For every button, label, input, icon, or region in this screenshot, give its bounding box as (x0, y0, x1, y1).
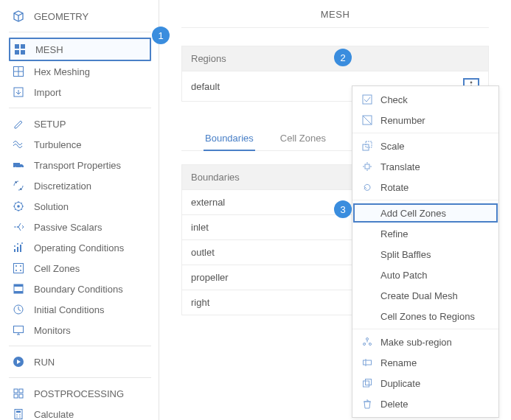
svg-rect-67 (366, 379, 372, 385)
subregion-icon (361, 336, 373, 348)
svg-point-10 (21, 167, 23, 169)
callout-1: 1 (152, 27, 170, 44)
discretization-icon (12, 179, 25, 192)
sidebar-item-label: Discretization (34, 181, 91, 192)
svg-point-21 (20, 265, 21, 267)
svg-rect-8 (13, 163, 20, 167)
sidebar-item-label: MESH (35, 44, 63, 55)
sidebar-item-postprocessing[interactable]: POSTPROCESSING (9, 383, 151, 404)
menu-item-label: Rename (380, 357, 417, 368)
menu-item-label: Delete (380, 399, 409, 410)
svg-rect-32 (14, 394, 18, 398)
menu-item-make-sub-region[interactable]: Make sub-region (352, 332, 498, 352)
sidebar-item-label: Transport Properties (34, 160, 121, 171)
menu-item-add-cell-zones[interactable]: Add Cell Zones (352, 203, 498, 223)
menu-item-label: Check (380, 94, 408, 105)
sidebar-item-label: Turbulence (34, 139, 82, 150)
sidebar-item-import[interactable]: Import (9, 82, 151, 102)
svg-point-20 (15, 265, 17, 267)
menu-item-refine[interactable]: Refine (352, 223, 498, 244)
sidebar-item-initial-conditions[interactable]: Initial Conditions (9, 299, 151, 320)
rotate-icon (361, 181, 373, 193)
solution-icon (12, 200, 25, 213)
sidebar-item-run[interactable]: RUN (9, 351, 151, 372)
svg-point-16 (14, 245, 15, 247)
sidebar-item-boundary-conditions[interactable]: Boundary Conditions (9, 279, 151, 299)
sidebar-item-solution[interactable]: Solution (9, 196, 151, 217)
sidebar-item-label: Boundary Conditions (34, 284, 123, 295)
sidebar-item-operating-conditions[interactable]: Operating Conditions (9, 237, 151, 258)
svg-point-18 (21, 242, 23, 244)
menu-item-check[interactable]: Check (352, 89, 498, 110)
run-icon (12, 355, 25, 368)
translate-icon (361, 161, 373, 172)
svg-point-23 (20, 270, 21, 271)
sidebar-item-label: GEOMETRY (34, 11, 88, 22)
menu-item-renumber[interactable]: Renumber (352, 110, 498, 130)
sidebar-item-turbulence[interactable]: Turbulence (9, 134, 151, 155)
sidebar: GEOMETRYMESHHex MeshingImportSETUPTurbul… (0, 0, 159, 420)
sidebar-item-label: Passive Scalars (34, 222, 102, 233)
menu-item-label: Rotate (380, 182, 409, 193)
blank-icon (361, 290, 373, 301)
sidebar-item-passive-scalars[interactable]: Passive Scalars (9, 217, 151, 237)
svg-rect-31 (19, 389, 23, 393)
svg-rect-19 (14, 264, 24, 273)
sidebar-item-mesh[interactable]: MESH (9, 38, 151, 61)
svg-rect-1 (21, 44, 25, 49)
scale-icon (361, 140, 373, 152)
sidebar-item-calculate[interactable]: Calculate (9, 404, 151, 420)
blank-icon (361, 228, 373, 239)
sidebar-item-cell-zones[interactable]: Cell Zones (9, 258, 151, 279)
sidebar-item-discretization[interactable]: Discretization (9, 175, 151, 196)
sidebar-item-geometry[interactable]: GEOMETRY (9, 6, 151, 27)
svg-rect-26 (14, 291, 23, 293)
menu-item-translate[interactable]: Translate (352, 156, 498, 177)
menu-item-rotate[interactable]: Rotate (352, 177, 498, 197)
rename-icon (361, 357, 373, 368)
boundaries-header-label: Boundaries (191, 172, 240, 183)
svg-point-36 (16, 414, 18, 416)
menu-item-auto-patch[interactable]: Auto Patch (352, 265, 498, 285)
svg-rect-13 (14, 249, 15, 252)
svg-rect-0 (15, 44, 19, 49)
menu-item-cell-zones-to-regions[interactable]: Cell Zones to Regions (352, 306, 498, 326)
sidebar-item-setup[interactable]: SETUP (9, 113, 151, 134)
svg-rect-64 (364, 360, 372, 365)
callout-3: 3 (334, 200, 352, 218)
renumber-icon (361, 114, 373, 126)
svg-rect-3 (21, 50, 25, 55)
regions-header-label: Regions (191, 53, 226, 64)
menu-item-label: Translate (380, 161, 420, 172)
tab-boundaries[interactable]: Boundaries (204, 128, 255, 151)
menu-item-rename[interactable]: Rename (352, 352, 498, 373)
blank-icon (361, 207, 373, 219)
delete-icon (361, 398, 373, 410)
menu-item-split-baffles[interactable]: Split Baffles (352, 244, 498, 265)
svg-rect-33 (19, 394, 23, 398)
menu-item-label: Add Cell Zones (380, 208, 446, 219)
svg-rect-60 (365, 164, 369, 169)
svg-rect-35 (16, 411, 21, 413)
mesh-icon (13, 43, 27, 56)
sidebar-item-label: Hex Meshing (34, 66, 90, 77)
sidebar-item-hex-meshing[interactable]: Hex Meshing (9, 61, 151, 82)
initial-icon (12, 303, 25, 316)
sidebar-item-monitors[interactable]: Monitors (9, 320, 151, 340)
sidebar-item-label: Solution (34, 201, 69, 212)
turbulence-icon (12, 138, 25, 151)
menu-item-create-dual-mesh[interactable]: Create Dual Mesh (352, 285, 498, 306)
svg-rect-30 (14, 389, 18, 393)
svg-rect-56 (363, 95, 372, 104)
page-title: MESH (181, 4, 489, 28)
cellzones-icon (12, 262, 25, 275)
blank-icon (361, 269, 373, 281)
tab-cellzones[interactable]: Cell Zones (279, 128, 327, 150)
sidebar-item-transport-properties[interactable]: Transport Properties (9, 155, 151, 175)
operating-icon (12, 241, 25, 254)
menu-item-duplicate[interactable]: Duplicate (352, 373, 498, 393)
sidebar-item-label: Initial Conditions (34, 304, 104, 315)
menu-item-delete[interactable]: Delete (352, 393, 498, 414)
menu-item-scale[interactable]: Scale (352, 136, 498, 156)
callout-2: 2 (334, 49, 352, 66)
